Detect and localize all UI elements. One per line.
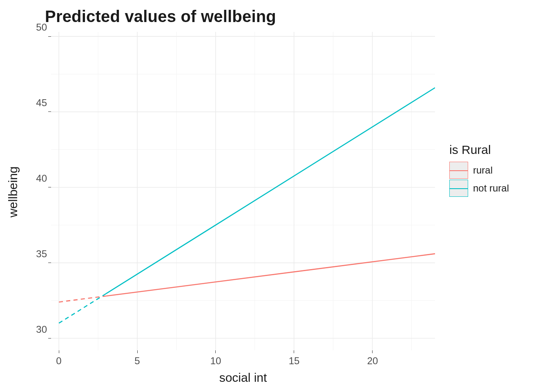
legend-item-label: not rural: [473, 183, 509, 194]
plot-svg: [51, 32, 435, 350]
legend-item-rural: rural: [449, 162, 531, 179]
axis-tick: [48, 36, 51, 37]
legend-title: is Rural: [449, 143, 531, 157]
y-axis-label-container: wellbeing: [9, 32, 21, 350]
y-axis-label: wellbeing: [6, 33, 20, 351]
y-tick-label: 30: [22, 324, 47, 335]
x-tick-label: 20: [360, 355, 385, 367]
x-axis-label: social int: [51, 371, 435, 385]
axis-tick: [48, 338, 51, 339]
x-tick-label: 10: [203, 355, 228, 367]
axis-tick: [215, 350, 216, 353]
axis-tick: [372, 350, 373, 353]
axis-tick: [137, 350, 138, 353]
legend: is Rural rural not rural: [449, 143, 531, 198]
legend-key-icon: [449, 180, 468, 197]
y-tick-label: 45: [22, 97, 47, 109]
chart-figure: Predicted values of wellbeing wellbeing …: [0, 0, 549, 392]
x-tick-label: 0: [47, 355, 71, 367]
chart-title: Predicted values of wellbeing: [45, 7, 276, 26]
axis-tick: [48, 111, 51, 112]
axis-tick: [48, 187, 51, 187]
plot-panel: [51, 32, 435, 350]
axis-tick: [294, 350, 294, 353]
x-tick-label: 5: [125, 355, 150, 367]
legend-item-label: rural: [473, 165, 493, 176]
y-tick-label: 40: [22, 173, 47, 184]
y-tick-label: 50: [22, 22, 47, 33]
x-tick-label: 15: [282, 355, 306, 367]
y-tick-label: 35: [22, 248, 47, 260]
axis-tick: [48, 263, 51, 263]
legend-key-icon: [449, 162, 468, 179]
legend-item-notrural: not rural: [449, 180, 531, 197]
axis-tick: [59, 350, 59, 353]
